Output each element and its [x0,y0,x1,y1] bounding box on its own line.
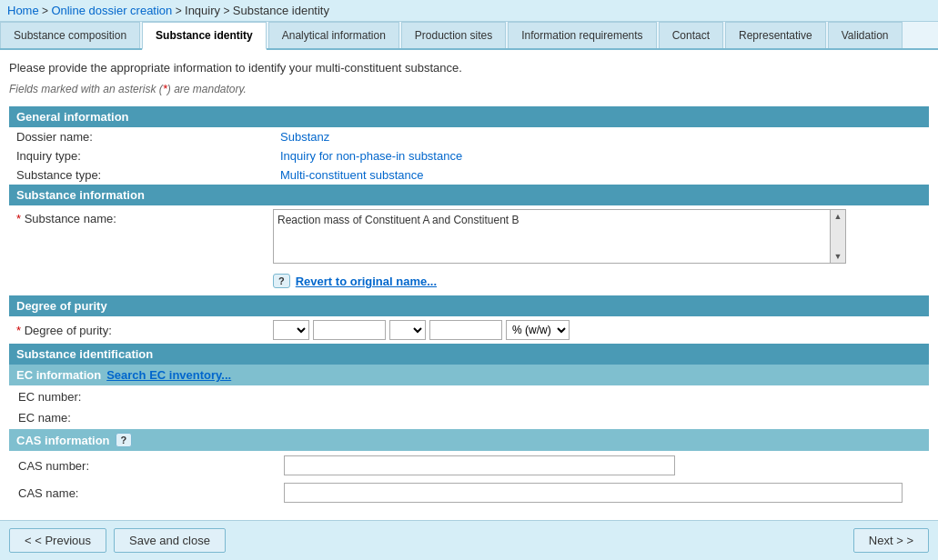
revert-row: ? Revert to original name... [9,274,929,288]
online-dossier-link[interactable]: Online dossier creation [51,4,172,17]
purity-value-1[interactable] [313,320,386,340]
revert-label-spacer [9,274,273,288]
revert-help-button[interactable]: ? [273,274,290,288]
cas-name-input-cell [277,480,927,505]
tab-representative[interactable]: Representative [725,22,826,48]
tab-validation[interactable]: Validation [828,22,903,48]
ec-name-row: EC name: [11,408,927,427]
tab-substance-identity[interactable]: Substance identity [142,22,267,50]
substance-identity-crumb: Substance identity [233,4,329,17]
degree-of-purity-header: Degree of purity [9,295,929,316]
revert-link[interactable]: Revert to original name... [296,275,437,288]
tab-analytical-information[interactable]: Analytical information [268,22,399,48]
ec-search-link[interactable]: Search EC inventory... [106,368,231,382]
substance-type-label: Substance type: [9,165,273,185]
ec-number-label: EC number: [11,387,275,406]
substance-identification-header: Substance identification [9,344,929,365]
purity-required: * [16,324,25,337]
inquiry-type-label: Inquiry type: [9,146,273,165]
previous-button[interactable]: < < Previous [9,528,106,553]
substance-info-header: Substance information [9,185,929,205]
bottom-left-buttons: < < Previous Save and close [9,528,226,553]
breadcrumb: Home > Online dossier creation > Inquiry… [0,0,938,22]
home-link[interactable]: Home [7,4,39,17]
purity-controls: >= <= > < >= <= > < % (w/w) % (v/v) [273,320,570,340]
tab-bar: Substance composition Substance identity… [0,22,938,50]
ec-number-row: EC number: [11,387,927,406]
cas-name-label: CAS name: [11,480,275,505]
ec-name-value [277,408,927,427]
ec-name-label: EC name: [11,408,275,427]
dossier-name-label: Dossier name: [9,127,273,146]
substance-type-row: Substance type: Multi-constituent substa… [9,165,929,185]
dossier-name-value: Substanz [273,127,929,146]
main-content: Please provide the appropriate informati… [0,50,938,518]
substance-name-required: * [16,212,25,225]
ec-info-subheader: EC information Search EC inventory... [9,365,929,385]
ec-number-value [277,387,927,406]
substance-name-textarea[interactable]: Reaction mass of Constituent A and Const… [273,209,846,264]
page-description: Please provide the appropriate informati… [9,61,929,75]
general-info-header: General information [9,106,929,127]
cas-number-input-cell [277,453,927,478]
substance-name-label: * Substance name: [9,209,273,228]
tab-substance-composition[interactable]: Substance composition [0,22,140,48]
substance-type-value: Multi-constituent substance [273,165,929,185]
bottom-right-buttons: Next > > [853,528,929,553]
cas-info-subheader: CAS information ? [9,429,929,451]
save-close-button[interactable]: Save and close [114,528,226,553]
ec-table: EC number: EC name: [9,385,929,429]
cas-help-button[interactable]: ? [116,433,133,447]
cas-number-row: CAS number: [11,453,927,478]
tab-production-sites[interactable]: Production sites [401,22,506,48]
inquiry-type-value: Inquiry for non-phase-in substance [273,146,929,165]
purity-value-2[interactable] [429,320,502,340]
cas-table: CAS number: CAS name: [9,451,929,507]
ec-info-label: EC information [16,368,101,382]
next-button[interactable]: Next > > [853,528,929,553]
mandatory-note: Fields marked with an asterisk (*) are m… [9,82,929,95]
cas-number-label: CAS number: [11,453,275,478]
cas-name-input[interactable] [284,483,903,503]
tab-information-requirements[interactable]: Information requirements [508,22,656,48]
dossier-name-row: Dossier name: Substanz [9,127,929,146]
inquiry-type-row: Inquiry type: Inquiry for non-phase-in s… [9,146,929,165]
cas-info-label: CAS information [16,434,110,447]
bottom-bar: < < Previous Save and close Next > > [0,520,938,560]
general-info-table: Dossier name: Substanz Inquiry type: Inq… [9,127,929,185]
cas-name-row: CAS name: [11,480,927,505]
degree-of-purity-label: * Degree of purity: [9,321,273,340]
purity-unit-dropdown[interactable]: % (w/w) % (v/v) [506,320,570,340]
tab-contact[interactable]: Contact [659,22,723,48]
purity-dropdown-2[interactable]: >= <= > < [389,320,426,340]
purity-dropdown-1[interactable]: >= <= > < [273,320,309,340]
cas-number-input[interactable] [284,455,675,475]
degree-of-purity-row: * Degree of purity: >= <= > < >= <= > < … [9,320,929,340]
inquiry-crumb: Inquiry [185,4,220,17]
